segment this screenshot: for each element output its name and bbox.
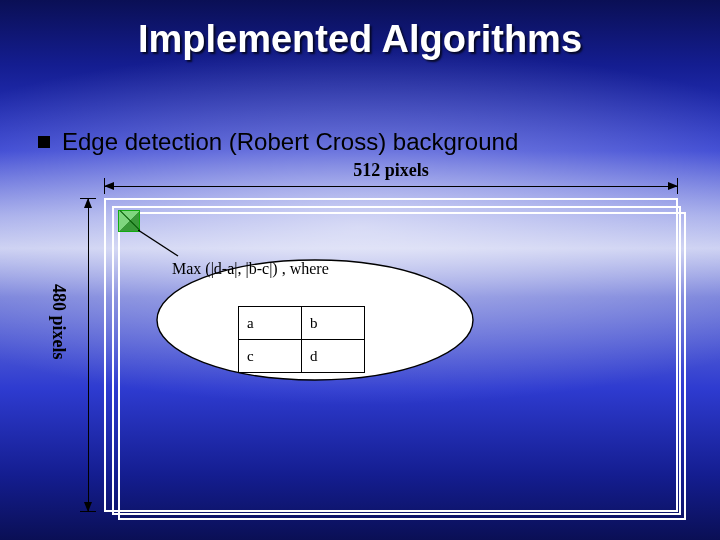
bullet-text: Edge detection (Robert Cross) background — [62, 128, 518, 156]
dimension-width-label: 512 pixels — [104, 160, 678, 181]
slide-title: Implemented Algorithms — [0, 18, 720, 61]
cell-d: d — [302, 340, 365, 373]
cell-b: b — [302, 307, 365, 340]
dimension-vertical: 480 pixels — [34, 198, 104, 512]
arrow-up-icon — [84, 198, 92, 208]
arrow-right-icon — [668, 182, 678, 190]
slide: Implemented Algorithms Edge detection (R… — [0, 0, 720, 540]
cell-a: a — [239, 307, 302, 340]
dimension-height-label: 480 pixels — [48, 284, 69, 360]
formula-text: Max (|d-a|, |b-c|) , where — [172, 260, 329, 278]
dim-line — [104, 186, 678, 187]
table-row: a b — [239, 307, 365, 340]
arrow-left-icon — [104, 182, 114, 190]
cell-c: c — [239, 340, 302, 373]
pixel-sample-icon — [118, 210, 140, 232]
kernel-grid: a b c d — [238, 306, 365, 373]
dim-line — [88, 198, 89, 512]
dimension-horizontal: 512 pixels — [104, 164, 678, 192]
arrow-down-icon — [84, 502, 92, 512]
bullet-row: Edge detection (Robert Cross) background — [38, 128, 518, 156]
pixel-diag — [119, 211, 139, 231]
bullet-icon — [38, 136, 50, 148]
table-row: c d — [239, 340, 365, 373]
